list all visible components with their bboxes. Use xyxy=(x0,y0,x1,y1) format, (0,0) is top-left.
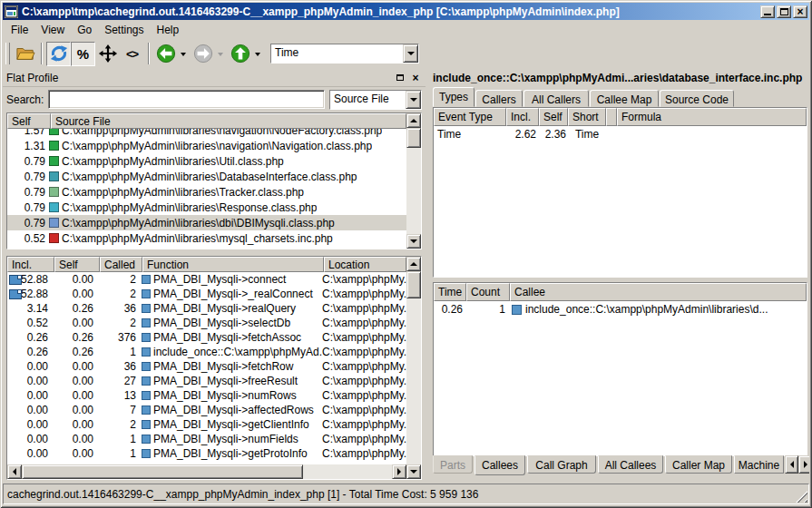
table-row[interactable]: 0.260.261include_once::C:\xampp\phpMyAd.… xyxy=(7,345,406,359)
table-row[interactable]: 0.000.0036PMA_DBI_Mysqli->fetchRowC:\xam… xyxy=(7,359,406,374)
scroll-up-button[interactable] xyxy=(406,257,421,271)
table-row[interactable]: 1.57C:\xampp\phpMyAdmin\libraries\naviga… xyxy=(7,129,406,138)
minimize-button[interactable] xyxy=(760,5,775,18)
tab-callees[interactable]: Callees xyxy=(474,455,525,475)
table-row[interactable]: 0.79C:\xampp\phpMyAdmin\libraries\Util.c… xyxy=(7,153,406,169)
relative-cost-button[interactable] xyxy=(95,42,120,66)
toolbar-handle[interactable] xyxy=(5,43,10,64)
tab-all-callees[interactable]: All Callees xyxy=(598,455,663,474)
up-dropdown-icon[interactable] xyxy=(255,53,260,59)
dock-close-button[interactable]: × xyxy=(409,72,422,83)
title-bar[interactable]: C:\xampp\tmp\cachegrind.out.1416463299-C… xyxy=(3,3,809,20)
table-row[interactable]: 0.000.007PMA_DBI_Mysqli->affectedRowsC:\… xyxy=(7,403,406,417)
open-file-button[interactable] xyxy=(13,42,37,66)
menu-help[interactable]: Help xyxy=(151,22,186,38)
menu-go[interactable]: Go xyxy=(71,22,98,38)
percent-toggle-button[interactable]: % xyxy=(71,42,95,66)
combobox-drop-button[interactable] xyxy=(403,44,418,63)
tab-caller-map[interactable]: Caller Map xyxy=(665,455,732,474)
back-dropdown-icon[interactable] xyxy=(181,53,186,59)
column-header-callee[interactable]: Callee xyxy=(510,283,807,301)
scrollbar-thumb[interactable] xyxy=(406,128,421,148)
close-button[interactable]: × xyxy=(793,5,807,18)
resize-grip[interactable] xyxy=(796,491,807,503)
table-row[interactable]: 0.79C:\xampp\phpMyAdmin\libraries\Tracke… xyxy=(7,184,406,200)
table-row[interactable]: 0.52C:\xampp\phpMyAdmin\libraries\mysql_… xyxy=(7,230,406,246)
column-header-spacer[interactable] xyxy=(606,108,617,126)
scrollbar-track[interactable] xyxy=(406,298,421,464)
maximize-button[interactable] xyxy=(777,5,791,18)
column-header-incl[interactable]: Incl. xyxy=(506,108,539,126)
column-header-time[interactable]: Time xyxy=(434,283,466,301)
back-button[interactable] xyxy=(153,42,178,66)
table-row[interactable]: 0.79C:\xampp\phpMyAdmin\libraries\Databa… xyxy=(7,169,406,184)
table-row[interactable]: 0.000.0027PMA_DBI_Mysqli->freeResultC:\x… xyxy=(7,374,406,388)
dock-title-bar[interactable]: Flat Profile × xyxy=(3,69,426,87)
scrollbar-thumb[interactable] xyxy=(22,464,303,479)
scroll-right-button[interactable] xyxy=(392,464,406,479)
table-row[interactable]: Time 2.62 2.36 Time xyxy=(434,126,807,142)
table-row[interactable]: 0.52C:\xampp\phpMyAdmin\libraries\user_p… xyxy=(7,246,406,249)
column-header-count[interactable]: Count xyxy=(466,283,510,301)
scroll-down-button[interactable] xyxy=(406,234,421,249)
function-table: Incl. Self Called Function Location 52.8… xyxy=(6,256,422,480)
table-row[interactable]: 52.880.002PMA_DBI_Mysqli->connectC:\xamp… xyxy=(7,272,406,287)
column-header-incl[interactable]: Incl. xyxy=(7,257,54,272)
tab-all-callers[interactable]: All Callers xyxy=(523,90,589,107)
tab-callers[interactable]: Callers xyxy=(475,90,523,107)
group-combobox[interactable]: Source File xyxy=(329,90,422,110)
table-row[interactable]: 3.140.2636PMA_DBI_Mysqli->realQueryC:\xa… xyxy=(7,301,406,316)
column-header-self[interactable]: Self xyxy=(54,257,100,272)
table-row[interactable]: 0.520.002PMA_DBI_Mysqli->selectDbC:\xamp… xyxy=(7,316,406,330)
table-row-selected[interactable]: 0.79C:\xampp\phpMyAdmin\libraries\dbi\DB… xyxy=(7,215,406,230)
table-row[interactable]: 0.000.001PMA_DBI_Mysqli->numFieldsC:\xam… xyxy=(7,432,406,446)
toolbar: % <> xyxy=(3,39,809,69)
column-header-event-type[interactable]: Event Type xyxy=(434,108,506,126)
column-header-formula[interactable]: Formula xyxy=(617,108,807,126)
vertical-scrollbar[interactable] xyxy=(406,257,421,479)
function-icon xyxy=(142,449,151,458)
dock-float-button[interactable] xyxy=(394,72,406,83)
horizontal-scrollbar[interactable] xyxy=(7,464,406,479)
scroll-left-button[interactable] xyxy=(7,464,22,479)
table-row[interactable]: 0.000.0013PMA_DBI_Mysqli->numRowsC:\xamp… xyxy=(7,388,406,403)
scrollbar-track[interactable] xyxy=(303,464,392,479)
called-value: 2 xyxy=(98,418,141,431)
table-row[interactable]: 0.000.001PMA_DBI_Mysqli->getProtoInfoC:\… xyxy=(7,446,406,461)
vertical-scrollbar[interactable] xyxy=(406,113,421,249)
refresh-button[interactable] xyxy=(46,42,71,66)
tab-machine[interactable]: Machine xyxy=(734,455,784,474)
table-row[interactable]: 0.260.26376PMA_DBI_Mysqli->fetchAssocC:\… xyxy=(7,330,406,345)
table-row[interactable]: 0.26 1 include_once::C:\xampp\phpMyAdmin… xyxy=(434,301,807,318)
menu-view[interactable]: View xyxy=(34,22,71,38)
table-row[interactable]: 0.79C:\xampp\phpMyAdmin\libraries\Respon… xyxy=(7,200,406,215)
shorten-templates-button[interactable]: <> xyxy=(120,42,144,66)
tab-scroll-left-button[interactable] xyxy=(785,455,798,474)
up-button[interactable] xyxy=(228,42,252,66)
table-row[interactable]: 0.000.002PMA_DBI_Mysqli->getClientInfoC:… xyxy=(7,417,406,432)
column-header-function[interactable]: Function xyxy=(142,257,324,272)
scroll-down-button[interactable] xyxy=(406,464,421,479)
column-header-called[interactable]: Called xyxy=(100,257,142,272)
scrollbar-track[interactable] xyxy=(406,148,421,234)
menu-file[interactable]: File xyxy=(5,22,34,38)
tab-callee-map[interactable]: Callee Map xyxy=(590,90,659,107)
scrollbar-thumb[interactable] xyxy=(406,271,421,298)
menu-settings[interactable]: Settings xyxy=(98,22,150,38)
event-type-combobox[interactable]: Time xyxy=(270,44,419,64)
column-header-short[interactable]: Short xyxy=(568,108,606,126)
tab-scroll-right-button[interactable] xyxy=(798,455,809,474)
tab-types[interactable]: Types xyxy=(433,87,474,107)
column-header-self[interactable]: Self xyxy=(539,108,568,126)
self-value: 0.00 xyxy=(53,375,98,387)
column-header-self[interactable]: Self xyxy=(7,113,51,129)
tab-call-graph[interactable]: Call Graph xyxy=(527,455,596,474)
column-header-location[interactable]: Location xyxy=(324,257,406,272)
search-input[interactable] xyxy=(48,90,325,109)
column-header-source-file[interactable]: Source File xyxy=(51,113,406,129)
table-row[interactable]: 1.31C:\xampp\phpMyAdmin\libraries\naviga… xyxy=(7,138,406,153)
combobox-drop-button[interactable] xyxy=(406,91,421,109)
scroll-up-button[interactable] xyxy=(406,113,421,128)
table-row[interactable]: 52.880.002PMA_DBI_Mysqli->_realConnectC:… xyxy=(7,287,406,301)
tab-source-code[interactable]: Source Code xyxy=(660,90,734,107)
